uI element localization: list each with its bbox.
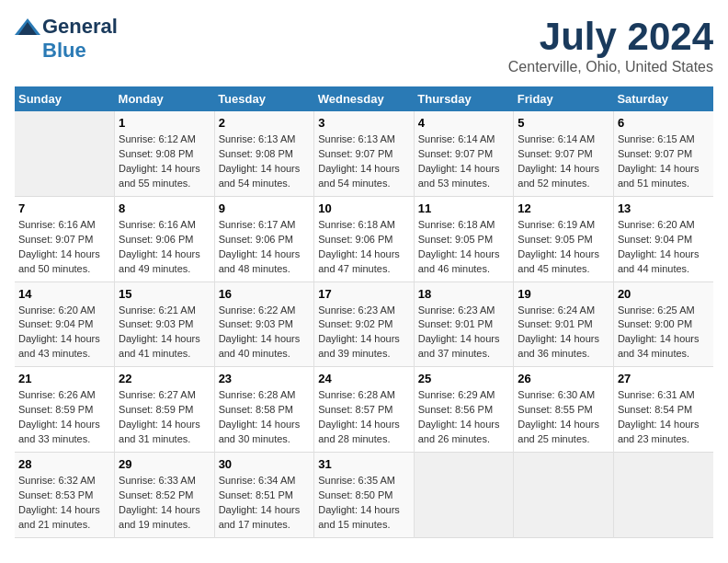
cell-week2-day2: 9 Sunrise: 6:17 AMSunset: 9:06 PMDayligh… [214, 196, 314, 282]
cell-week5-day5 [514, 453, 614, 538]
header: General Blue July 2024 Centerville, Ohio… [15, 15, 713, 75]
cell-content: Sunrise: 6:23 AMSunset: 9:02 PMDaylight:… [318, 304, 400, 360]
cell-week1-day5: 5 Sunrise: 6:14 AMSunset: 9:07 PMDayligh… [514, 111, 614, 196]
column-header-tuesday: Tuesday [214, 86, 314, 111]
main-title: July 2024 [508, 15, 713, 59]
cell-content: Sunrise: 6:20 AMSunset: 9:04 PMDaylight:… [18, 304, 100, 360]
cell-content: Sunrise: 6:31 AMSunset: 8:54 PMDaylight:… [618, 389, 700, 444]
week-row-1: 1 Sunrise: 6:12 AMSunset: 9:08 PMDayligh… [15, 111, 713, 196]
day-number: 11 [418, 201, 510, 215]
day-number: 29 [119, 457, 210, 471]
cell-week3-day1: 15 Sunrise: 6:21 AMSunset: 9:03 PMDaylig… [115, 282, 215, 367]
cell-week3-day5: 19 Sunrise: 6:24 AMSunset: 9:01 PMDaylig… [514, 282, 614, 367]
day-number: 23 [219, 372, 311, 385]
header-row: SundayMondayTuesdayWednesdayThursdayFrid… [15, 86, 713, 111]
day-number: 26 [518, 372, 609, 385]
cell-week2-day4: 11 Sunrise: 6:18 AMSunset: 9:05 PMDaylig… [414, 196, 514, 282]
cell-content: Sunrise: 6:12 AMSunset: 9:08 PMDaylight:… [119, 133, 200, 189]
day-number: 8 [119, 201, 210, 215]
cell-content: Sunrise: 6:35 AMSunset: 8:50 PMDaylight:… [318, 475, 400, 530]
day-number: 28 [18, 457, 110, 471]
cell-week5-day4 [414, 453, 514, 538]
column-header-friday: Friday [514, 86, 614, 111]
cell-content: Sunrise: 6:16 AMSunset: 9:06 PMDaylight:… [119, 219, 200, 274]
cell-content: Sunrise: 6:18 AMSunset: 9:06 PMDaylight:… [318, 219, 400, 274]
week-row-4: 21 Sunrise: 6:26 AMSunset: 8:59 PMDaylig… [15, 367, 713, 453]
cell-week5-day6 [613, 453, 713, 538]
cell-week1-day6: 6 Sunrise: 6:15 AMSunset: 9:07 PMDayligh… [613, 111, 713, 196]
cell-week2-day5: 12 Sunrise: 6:19 AMSunset: 9:05 PMDaylig… [514, 196, 614, 282]
day-number: 27 [618, 372, 710, 385]
cell-week1-day0 [15, 111, 115, 196]
day-number: 18 [418, 287, 510, 301]
cell-content: Sunrise: 6:13 AMSunset: 9:07 PMDaylight:… [318, 133, 400, 189]
cell-week3-day2: 16 Sunrise: 6:22 AMSunset: 9:03 PMDaylig… [214, 282, 314, 367]
cell-week2-day6: 13 Sunrise: 6:20 AMSunset: 9:04 PMDaylig… [613, 196, 713, 282]
day-number: 30 [219, 457, 311, 471]
cell-week1-day2: 2 Sunrise: 6:13 AMSunset: 9:08 PMDayligh… [214, 111, 314, 196]
cell-week3-day3: 17 Sunrise: 6:23 AMSunset: 9:02 PMDaylig… [314, 282, 415, 367]
day-number: 12 [518, 201, 609, 215]
cell-week5-day2: 30 Sunrise: 6:34 AMSunset: 8:51 PMDaylig… [214, 453, 314, 538]
day-number: 4 [418, 116, 510, 130]
cell-week3-day6: 20 Sunrise: 6:25 AMSunset: 9:00 PMDaylig… [613, 282, 713, 367]
cell-content: Sunrise: 6:17 AMSunset: 9:06 PMDaylight:… [219, 219, 301, 274]
day-number: 24 [318, 372, 410, 385]
column-header-sunday: Sunday [15, 86, 115, 111]
day-number: 20 [618, 287, 710, 301]
cell-week4-day6: 27 Sunrise: 6:31 AMSunset: 8:54 PMDaylig… [613, 367, 713, 453]
day-number: 19 [518, 287, 609, 301]
title-section: July 2024 Centerville, Ohio, United Stat… [508, 15, 713, 75]
week-row-2: 7 Sunrise: 6:16 AMSunset: 9:07 PMDayligh… [15, 196, 713, 282]
cell-week4-day3: 24 Sunrise: 6:28 AMSunset: 8:57 PMDaylig… [314, 367, 415, 453]
day-number: 13 [618, 201, 710, 215]
cell-content: Sunrise: 6:15 AMSunset: 9:07 PMDaylight:… [618, 133, 700, 189]
cell-week5-day3: 31 Sunrise: 6:35 AMSunset: 8:50 PMDaylig… [314, 453, 415, 538]
day-number: 17 [318, 287, 410, 301]
column-header-monday: Monday [115, 86, 215, 111]
logo: General Blue [15, 15, 118, 63]
cell-week4-day0: 21 Sunrise: 6:26 AMSunset: 8:59 PMDaylig… [15, 367, 115, 453]
column-header-saturday: Saturday [613, 86, 713, 111]
day-number: 16 [219, 287, 311, 301]
cell-content: Sunrise: 6:30 AMSunset: 8:55 PMDaylight:… [518, 389, 599, 444]
cell-content: Sunrise: 6:13 AMSunset: 9:08 PMDaylight:… [219, 133, 301, 189]
cell-content: Sunrise: 6:20 AMSunset: 9:04 PMDaylight:… [618, 219, 700, 274]
day-number: 5 [518, 116, 609, 130]
logo-general: General [42, 15, 118, 39]
day-number: 3 [318, 116, 410, 130]
cell-content: Sunrise: 6:33 AMSunset: 8:52 PMDaylight:… [119, 475, 200, 530]
cell-week5-day1: 29 Sunrise: 6:33 AMSunset: 8:52 PMDaylig… [115, 453, 215, 538]
cell-content: Sunrise: 6:22 AMSunset: 9:03 PMDaylight:… [219, 304, 301, 360]
column-header-thursday: Thursday [414, 86, 514, 111]
cell-week1-day1: 1 Sunrise: 6:12 AMSunset: 9:08 PMDayligh… [115, 111, 215, 196]
cell-content: Sunrise: 6:14 AMSunset: 9:07 PMDaylight:… [418, 133, 500, 189]
cell-week2-day3: 10 Sunrise: 6:18 AMSunset: 9:06 PMDaylig… [314, 196, 415, 282]
cell-week3-day0: 14 Sunrise: 6:20 AMSunset: 9:04 PMDaylig… [15, 282, 115, 367]
day-number: 25 [418, 372, 510, 385]
day-number: 14 [18, 287, 110, 301]
cell-content: Sunrise: 6:28 AMSunset: 8:57 PMDaylight:… [318, 389, 400, 444]
logo-blue: Blue [42, 39, 86, 63]
cell-week1-day3: 3 Sunrise: 6:13 AMSunset: 9:07 PMDayligh… [314, 111, 415, 196]
cell-week4-day2: 23 Sunrise: 6:28 AMSunset: 8:58 PMDaylig… [214, 367, 314, 453]
cell-content: Sunrise: 6:23 AMSunset: 9:01 PMDaylight:… [418, 304, 500, 360]
week-row-5: 28 Sunrise: 6:32 AMSunset: 8:53 PMDaylig… [15, 453, 713, 538]
cell-week1-day4: 4 Sunrise: 6:14 AMSunset: 9:07 PMDayligh… [414, 111, 514, 196]
cell-content: Sunrise: 6:18 AMSunset: 9:05 PMDaylight:… [418, 219, 500, 274]
day-number: 1 [119, 116, 210, 130]
cell-week2-day1: 8 Sunrise: 6:16 AMSunset: 9:06 PMDayligh… [115, 196, 215, 282]
cell-week4-day4: 25 Sunrise: 6:29 AMSunset: 8:56 PMDaylig… [414, 367, 514, 453]
day-number: 31 [318, 457, 410, 471]
cell-week4-day5: 26 Sunrise: 6:30 AMSunset: 8:55 PMDaylig… [514, 367, 614, 453]
cell-week4-day1: 22 Sunrise: 6:27 AMSunset: 8:59 PMDaylig… [115, 367, 215, 453]
day-number: 6 [618, 116, 710, 130]
cell-content: Sunrise: 6:27 AMSunset: 8:59 PMDaylight:… [119, 389, 200, 444]
day-number: 22 [119, 372, 210, 385]
cell-content: Sunrise: 6:14 AMSunset: 9:07 PMDaylight:… [518, 133, 599, 189]
cell-content: Sunrise: 6:16 AMSunset: 9:07 PMDaylight:… [18, 219, 100, 274]
cell-content: Sunrise: 6:32 AMSunset: 8:53 PMDaylight:… [18, 475, 100, 530]
cell-content: Sunrise: 6:24 AMSunset: 9:01 PMDaylight:… [518, 304, 599, 360]
logo-icon [15, 18, 40, 35]
column-header-wednesday: Wednesday [314, 86, 415, 111]
